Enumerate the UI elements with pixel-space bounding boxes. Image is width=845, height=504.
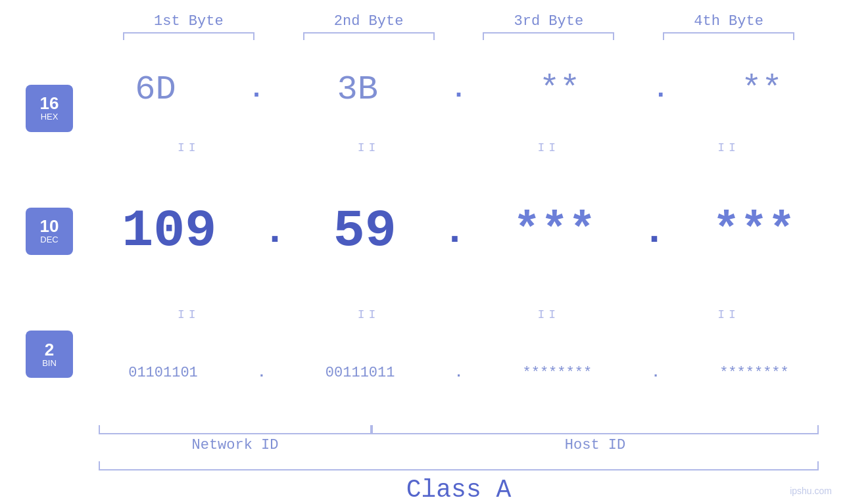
sep-1-b1: II — [116, 141, 261, 154]
dot-hex-2: . — [450, 75, 466, 104]
byte-headers: 1st Byte 2nd Byte 3rd Byte 4th Byte — [0, 13, 845, 30]
sep-2-b2: II — [297, 308, 441, 321]
dec-b2: 59 — [333, 201, 397, 261]
sep-1-b4: II — [656, 141, 801, 154]
dot-hex-1: . — [249, 75, 264, 104]
big-bracket — [99, 461, 819, 470]
dot-bin-1: . — [257, 365, 266, 381]
bin-b4: ******** — [719, 365, 789, 381]
sep-2-b1: II — [116, 308, 261, 321]
hex-b3: ** — [539, 70, 580, 109]
hex-b4: ** — [741, 70, 782, 109]
hex-badge: 16 HEX — [26, 85, 73, 132]
bracket-network — [99, 425, 372, 434]
network-id-label: Network ID — [99, 437, 372, 453]
hex-b1: 6D — [135, 70, 176, 109]
bracket-top-1 — [123, 32, 254, 40]
host-id-label: Host ID — [372, 437, 819, 453]
bottom-labels: Network ID Host ID — [99, 437, 819, 453]
bracket-top-3 — [483, 32, 614, 40]
bin-row: 01101101 . 00111011 . ******** . *******… — [99, 324, 819, 423]
bin-b1: 01101101 — [128, 365, 198, 381]
bottom-brackets-row — [99, 425, 819, 434]
dot-bin-2: . — [454, 365, 463, 381]
badge-column: 16 HEX 10 DEC 2 BIN — [0, 40, 99, 423]
sep-2-b3: II — [476, 308, 621, 321]
dot-dec-1: . — [263, 209, 287, 254]
dec-badge-label: DEC — [40, 235, 58, 245]
hex-row: 6D . 3B . ** . ** — [99, 40, 819, 139]
sep-row-1: II II II II — [99, 139, 819, 157]
byte2-header: 2nd Byte — [297, 13, 441, 30]
main-container: 1st Byte 2nd Byte 3rd Byte 4th Byte 16 H… — [0, 0, 845, 504]
dot-dec-3: . — [642, 209, 666, 254]
bracket-host — [372, 425, 819, 434]
bin-badge: 2 BIN — [26, 331, 73, 378]
dec-badge-num: 10 — [40, 218, 59, 235]
bin-b3: ******** — [522, 365, 592, 381]
sep-2-b4: II — [656, 308, 801, 321]
bottom-section: Network ID Host ID Class A — [0, 425, 845, 504]
dot-dec-2: . — [443, 209, 466, 254]
sep-1-b3: II — [476, 141, 621, 154]
dec-badge: 10 DEC — [26, 208, 73, 255]
hex-b2: 3B — [337, 70, 378, 109]
dec-row: 109 . 59 . *** . *** — [99, 157, 819, 305]
byte4-header: 4th Byte — [656, 13, 801, 30]
dot-bin-3: . — [652, 365, 660, 381]
bin-badge-label: BIN — [42, 358, 57, 369]
byte3-header: 3rd Byte — [476, 13, 621, 30]
dec-b3: *** — [513, 205, 596, 257]
hex-badge-label: HEX — [41, 112, 59, 122]
sep-1-b2: II — [297, 141, 441, 154]
hex-badge-num: 16 — [40, 95, 59, 112]
watermark: ipshu.com — [790, 486, 832, 496]
dec-b4: *** — [713, 205, 796, 257]
top-brackets — [0, 32, 845, 40]
sep-row-2: II II II II — [99, 306, 819, 324]
bracket-top-2 — [303, 32, 435, 40]
dot-hex-3: . — [653, 75, 669, 104]
bracket-top-4 — [663, 32, 794, 40]
bin-b2: 00111011 — [326, 365, 395, 381]
byte1-header: 1st Byte — [116, 13, 261, 30]
bin-badge-num: 2 — [45, 341, 54, 358]
class-label: Class A — [99, 476, 819, 504]
dec-b1: 109 — [122, 201, 216, 261]
